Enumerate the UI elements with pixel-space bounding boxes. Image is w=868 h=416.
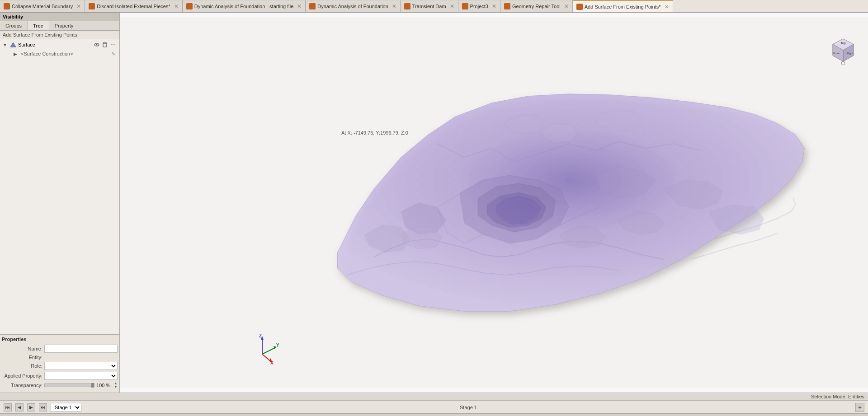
prop-input-name[interactable] xyxy=(44,345,118,353)
surface-triangle-icon xyxy=(10,42,16,48)
tab-close-dynamic[interactable]: ✕ xyxy=(392,4,396,9)
svg-marker-0 xyxy=(10,42,16,47)
svg-text:X: X xyxy=(270,360,274,365)
tab-close-geometry[interactable]: ✕ xyxy=(564,4,569,9)
bottom-bar: ⏮ ◀ ▶ ⏭ Stage 1 Stage 1 + xyxy=(0,401,868,413)
tab-close-add-surface[interactable]: ✕ xyxy=(665,4,669,9)
tab-geometry[interactable]: Geometry Repair Tool ✕ xyxy=(500,0,573,12)
status-bar: Ready 0 0 0 0 0 ND: / EL: / xyxy=(0,413,868,416)
tab-label-transient: Tramsient Dam xyxy=(412,4,446,9)
prop-select-applied[interactable] xyxy=(44,372,118,380)
3d-mesh-viewport xyxy=(120,13,868,393)
svg-rect-3 xyxy=(103,43,107,47)
prop-label-applied: Applied Property: xyxy=(2,373,42,379)
tree-sub-arrow: ▶ xyxy=(14,51,19,56)
prop-transparency-control: 100 % ▲ ▼ xyxy=(44,382,118,389)
tab-label-discard: Discard Isolated External Pieces* xyxy=(97,4,170,9)
svg-point-57 xyxy=(841,61,845,65)
tab-label-project3: Project3 xyxy=(470,4,488,9)
svg-text:Right: Right xyxy=(847,52,853,55)
tab-groups[interactable]: Groups xyxy=(0,21,28,30)
tab-close-transient[interactable]: ✕ xyxy=(450,4,454,9)
stage-label: Stage 1 xyxy=(85,405,852,410)
add-stage-btn[interactable]: + xyxy=(855,403,864,412)
svg-text:Front: Front xyxy=(833,52,840,55)
tab-transient[interactable]: Tramsient Dam ✕ xyxy=(401,0,458,12)
tab-bar: Collapse Material Boundary ✕ Discard Iso… xyxy=(0,0,868,13)
prop-row-transparency: Transparency: 100 % ▲ ▼ xyxy=(2,382,118,389)
tree-item-surface-label: Surface xyxy=(18,42,91,47)
transparency-value: 100 % xyxy=(96,383,112,388)
eye-icon xyxy=(94,42,100,48)
nav-cube-svg: Top Right Front xyxy=(827,35,859,67)
trash-icon xyxy=(102,42,108,48)
tab-close-collapse[interactable]: ✕ xyxy=(76,4,81,9)
tab-project3[interactable]: Project3 ✕ xyxy=(458,0,500,12)
spin-down[interactable]: ▼ xyxy=(114,385,118,389)
tab-label-dynamic: Dynamic Analysis of Foundation xyxy=(317,4,388,9)
tab-add-surface[interactable]: Add Surface From Existing Points* ✕ xyxy=(573,0,673,12)
tree-header-label: Add Surface From Existing Points xyxy=(3,32,77,37)
selection-mode-bar: Selection Mode: Entities xyxy=(0,393,868,401)
nav-first-btn[interactable]: ⏮ xyxy=(4,403,12,411)
svg-point-2 xyxy=(96,44,98,46)
axis-svg: Z Y X xyxy=(251,334,283,365)
tab-dynamic-start[interactable]: Dynamic Analysis of Foundation - startin… xyxy=(183,0,306,12)
tree-scroll-btn[interactable]: ⋯ xyxy=(109,41,117,48)
tab-discard[interactable]: Discard Isolated External Pieces* ✕ xyxy=(85,0,183,12)
svg-line-61 xyxy=(262,347,276,354)
tree-item-actions: ⋯ xyxy=(93,41,117,48)
prop-select-role[interactable] xyxy=(44,362,118,370)
tree-sub-edit-btn[interactable]: ✎ xyxy=(109,50,117,57)
tab-close-discard[interactable]: ✕ xyxy=(174,4,179,9)
tree-content: ▼ Surface xyxy=(0,39,119,334)
tree-expand-arrow: ▼ xyxy=(3,42,8,47)
prop-label-role: Role: xyxy=(2,363,42,369)
tab-icon-discard xyxy=(89,3,95,9)
nav-prev-btn[interactable]: ◀ xyxy=(15,403,24,411)
tree-item-surface-construction[interactable]: ▶ <Surface Construction> ✎ xyxy=(1,49,118,58)
left-panel: Visibility Groups Tree Property Add Surf… xyxy=(0,13,120,393)
selection-mode-text: Selection Mode: Entities xyxy=(811,394,864,399)
tree-header: Add Surface From Existing Points xyxy=(0,31,119,39)
prop-row-entity: Entity: xyxy=(2,355,118,360)
tab-icon-collapse xyxy=(4,3,10,9)
prop-label-transparency: Transparency: xyxy=(2,383,42,388)
prop-label-name: Name: xyxy=(2,346,42,351)
tab-label-dynamic-start: Dynamic Analysis of Foundation - startin… xyxy=(194,4,294,9)
stage-select[interactable]: Stage 1 xyxy=(51,403,81,412)
tab-collapse[interactable]: Collapse Material Boundary ✕ xyxy=(0,0,85,12)
svg-text:Top: Top xyxy=(840,42,845,45)
tab-icon-geometry xyxy=(504,3,510,9)
tab-tree[interactable]: Tree xyxy=(28,21,49,30)
nav-play-btn[interactable]: ▶ xyxy=(27,403,35,411)
transparency-slider[interactable] xyxy=(44,383,94,387)
tab-tree-label: Tree xyxy=(33,23,43,28)
prop-label-entity: Entity: xyxy=(2,355,42,360)
tab-label-add-surface: Add Surface From Existing Points* xyxy=(585,4,661,9)
axis-indicator: Z Y X xyxy=(251,334,283,365)
tab-icon-dynamic xyxy=(309,3,316,9)
transparency-spinner: ▲ ▼ xyxy=(114,382,118,389)
prop-row-name: Name: xyxy=(2,345,118,353)
nav-cube[interactable]: Top Right Front xyxy=(827,35,859,67)
tree-delete-btn[interactable] xyxy=(101,41,108,48)
tree-sub-label: <Surface Construction> xyxy=(21,51,73,56)
tab-dynamic[interactable]: Dynamic Analysis of Foundation ✕ xyxy=(306,0,401,12)
properties-panel: Properties Name: Entity: Role: Applied P… xyxy=(0,334,119,393)
tab-groups-label: Groups xyxy=(5,23,22,28)
tab-property[interactable]: Property xyxy=(49,21,80,30)
svg-text:Z: Z xyxy=(259,334,262,338)
tree-visibility-btn[interactable] xyxy=(93,41,100,48)
nav-next-btn[interactable]: ⏭ xyxy=(39,403,47,411)
svg-text:Y: Y xyxy=(276,343,279,348)
viewport[interactable]: At X: -7149.76, Y:1996.79, Z:0 Top Right… xyxy=(120,13,868,393)
tree-item-surface[interactable]: ▼ Surface xyxy=(1,40,118,49)
transparency-handle xyxy=(91,383,94,388)
tab-close-dynamic-start[interactable]: ✕ xyxy=(297,4,302,9)
prop-row-role: Role: xyxy=(2,362,118,370)
tab-close-project3[interactable]: ✕ xyxy=(492,4,496,9)
prop-row-applied: Applied Property: xyxy=(2,372,118,380)
tab-property-label: Property xyxy=(55,23,74,28)
tab-icon-project3 xyxy=(462,3,468,9)
